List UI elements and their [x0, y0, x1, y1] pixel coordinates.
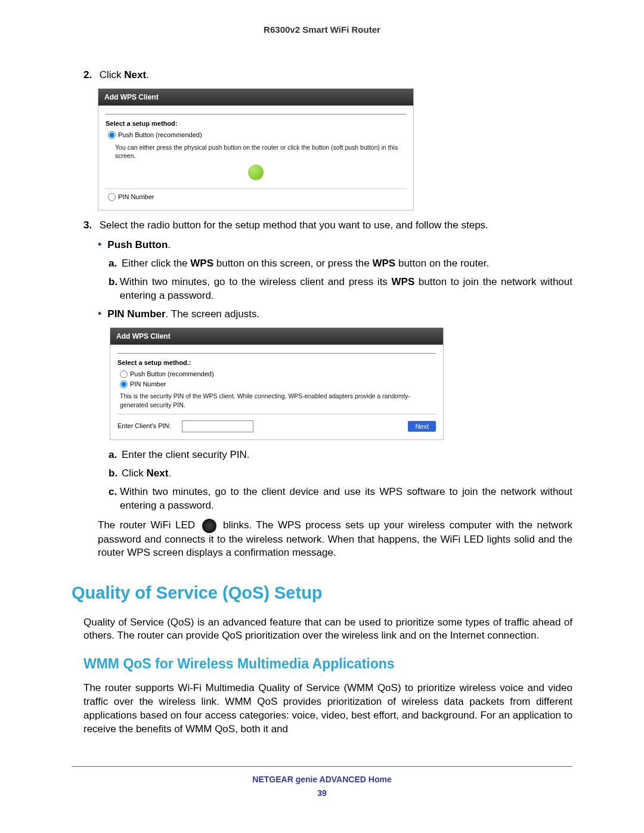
- bullet-icon: •: [98, 239, 101, 252]
- substep-letter: a.: [109, 257, 122, 271]
- radio-pin-number[interactable]: PIN Number: [120, 380, 436, 389]
- radio-pin-input[interactable]: [120, 380, 128, 388]
- pin-substep-c: Within two minutes, go to the client dev…: [120, 485, 572, 513]
- widget-title: Add WPS Client: [98, 89, 413, 106]
- radio-pin-label: PIN Number: [130, 380, 166, 389]
- select-method-label: Select a setup method.:: [117, 358, 436, 367]
- step-bold: Next: [124, 69, 146, 80]
- wps-soft-button[interactable]: [248, 165, 264, 180]
- pin-substep-b: Click Next.: [122, 467, 171, 481]
- step-2: 2. Click Next.: [72, 69, 572, 82]
- pin-number-label: PIN Number: [107, 308, 165, 320]
- radio-push-button[interactable]: Push Button (recommended): [120, 370, 436, 379]
- radio-push-label: Push Button (recommended): [130, 370, 214, 379]
- footer-title: NETGEAR genie ADVANCED Home: [72, 774, 572, 785]
- widget-description: This is the security PIN of the WPS clie…: [120, 392, 436, 408]
- radio-push-input[interactable]: [108, 131, 116, 139]
- step-number: 3.: [83, 219, 97, 233]
- substep-letter: b.: [109, 467, 122, 481]
- substep-letter: c.: [109, 485, 120, 499]
- widget-description: You can either press the physical push b…: [115, 143, 406, 160]
- push-button-sublist: • Push Button. a. Either click the WPS b…: [72, 239, 572, 321]
- radio-pin-input[interactable]: [108, 193, 116, 201]
- radio-push-label: Push Button (recommended): [118, 131, 202, 140]
- client-pin-input[interactable]: [182, 420, 253, 432]
- step-text: Select the radio button for the setup me…: [100, 219, 488, 231]
- substep-letter: a.: [109, 448, 122, 462]
- step-3: 3. Select the radio button for the setup…: [72, 219, 572, 233]
- pin-sublist: a. Enter the client security PIN. b. Cli…: [72, 448, 572, 513]
- wifi-led-icon: [202, 519, 216, 533]
- widget-title: Add WPS Client: [110, 328, 443, 345]
- substep-b: Within two minutes, go to the wireless c…: [120, 275, 572, 303]
- next-button[interactable]: Next: [408, 421, 436, 432]
- qos-heading: Quality of Service (QoS) Setup: [72, 581, 572, 605]
- radio-pin-label: PIN Number: [118, 193, 154, 202]
- qos-intro: Quality of Service (QoS) is an advanced …: [83, 616, 572, 643]
- push-button-label: Push Button: [107, 239, 168, 250]
- substep-letter: b.: [109, 275, 120, 289]
- wps-widget-pin: Add WPS Client Select a setup method.: P…: [110, 327, 444, 440]
- substep-a: Either click the WPS button on this scre…: [122, 257, 489, 271]
- radio-push-input[interactable]: [120, 370, 128, 378]
- step-text: Click: [100, 69, 125, 80]
- instruction-section: 2. Click Next. Add WPS Client Select a s…: [72, 69, 572, 560]
- page-number: 39: [72, 788, 572, 799]
- wmm-heading: WMM QoS for Wireless Multimedia Applicat…: [83, 655, 572, 673]
- page-header: R6300v2 Smart WiFi Router: [72, 24, 572, 36]
- wifi-led-paragraph: The router WiFi LED blinks. The WPS proc…: [98, 519, 572, 561]
- pin-substep-a: Enter the client security PIN.: [122, 448, 249, 462]
- page-footer: NETGEAR genie ADVANCED Home 39: [72, 766, 572, 799]
- bullet-icon: •: [98, 308, 101, 321]
- step-number: 2.: [83, 69, 97, 82]
- enter-pin-label: Enter Client's PIN:: [117, 422, 171, 431]
- wps-widget-push: Add WPS Client Select a setup method: Pu…: [98, 88, 414, 210]
- wmm-body: The router supports Wi-Fi Multimedia Qua…: [83, 682, 572, 736]
- radio-pin-number[interactable]: PIN Number: [108, 193, 406, 202]
- step-suffix: .: [146, 69, 149, 80]
- radio-push-button[interactable]: Push Button (recommended): [108, 131, 406, 140]
- select-method-label: Select a setup method:: [106, 119, 406, 128]
